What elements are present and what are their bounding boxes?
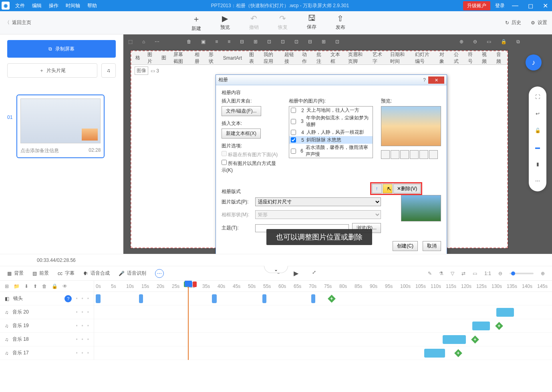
rotate-left-icon[interactable] (381, 150, 390, 159)
camera-track[interactable] (94, 292, 552, 306)
crop-icon[interactable]: ▣ (201, 39, 205, 44)
ribbon-item[interactable]: 对象 (438, 50, 448, 66)
close-icon[interactable]: ✕ (540, 2, 550, 10)
phone-icon[interactable]: ▮ (533, 159, 542, 169)
menu-file[interactable]: 文件 (15, 2, 25, 9)
toolbar-预览[interactable]: ▶预览 (220, 14, 230, 32)
dot2[interactable]: • (82, 337, 83, 342)
copy-icon[interactable]: ⧉ (516, 39, 520, 44)
head-tail-button[interactable]: ＋片头片尾 (7, 63, 97, 78)
ribbon-item[interactable]: 形状 (207, 50, 217, 66)
dot3[interactable]: • (87, 323, 89, 329)
trash-icon[interactable]: 🗑 (42, 283, 47, 289)
dot1[interactable]: • (76, 310, 77, 315)
expand-icon[interactable]: ⤢ (312, 269, 316, 277)
adjust-icon[interactable]: ⇄ (461, 271, 465, 276)
ribbon-item[interactable]: 视频 (480, 50, 490, 66)
picture-list-item[interactable]: 3年华勿匆似流水，尘缘如梦为谁醉 (289, 114, 373, 129)
dot3[interactable]: • (87, 310, 89, 315)
upgrade-button[interactable]: 升级账户 (463, 1, 490, 10)
unlock-icon[interactable]: 🔓 (533, 126, 542, 135)
maximize-icon[interactable]: ◻ (526, 2, 536, 10)
keyframe-icon[interactable] (454, 349, 462, 357)
align-icon[interactable]: ≡ (215, 39, 218, 44)
ribbon-item[interactable]: 文本框 (329, 50, 342, 66)
ribbon-item[interactable]: 图表 (248, 50, 258, 66)
all-bw-checkbox[interactable]: 所有图片以黑白方式显示(K) (222, 160, 281, 174)
login-button[interactable]: 登录 (495, 2, 505, 9)
move-down-button[interactable]: ↓↖ (383, 184, 393, 193)
monitor-icon[interactable]: ▬ (533, 143, 542, 152)
picture-list-item[interactable]: 5斜阳脉脉 水悠悠 (289, 136, 373, 144)
brightness-up-icon[interactable] (419, 150, 428, 159)
tool-icon[interactable]: ⬚ (128, 39, 133, 44)
track-header[interactable]: ♫音乐 20••• (0, 306, 94, 319)
folder-icon[interactable]: 📁 (14, 283, 20, 289)
tool-icon[interactable]: ⊞ (254, 39, 258, 44)
filter-icon[interactable]: ⚗ (439, 271, 443, 276)
ratio-icon[interactable]: 1:1 (484, 271, 491, 276)
delete-button[interactable]: ✕ 删除(V) (393, 184, 421, 193)
ribbon-item[interactable]: 动作 (300, 50, 310, 66)
track-header[interactable]: ◧镜头?••• (0, 292, 94, 306)
thumb-note[interactable]: 点击添加备注信息 (20, 147, 59, 154)
home-icon[interactable]: ⌂ (142, 39, 145, 44)
ribbon-item[interactable]: 艺术字 (371, 50, 385, 66)
focus-icon[interactable]: ⛶ (533, 92, 542, 102)
toolbar-保存[interactable]: 🖫保存 (307, 14, 316, 32)
dot2[interactable]: • (82, 296, 83, 302)
dot3[interactable]: • (87, 350, 89, 356)
history-button[interactable]: ↻历史 (505, 19, 521, 26)
file-disk-button[interactable]: 文件/磁盘(F)... (222, 106, 261, 116)
screen-icon[interactable]: ▭ (473, 271, 477, 276)
zoom-slider[interactable] (510, 273, 534, 274)
tool-icon[interactable]: ⊡ (281, 39, 285, 44)
ribbon-item[interactable]: 格 (134, 54, 142, 62)
ribbon-item[interactable]: 公式 (452, 50, 462, 66)
ruler[interactable]: 0s5s10s15s20s25s30s35s40s45s50s55s60s65s… (94, 281, 552, 292)
tool-icon[interactable]: ⊟ (308, 39, 312, 44)
ribbon-item[interactable]: 我的应用 (262, 50, 279, 66)
collapse-icon[interactable]: ⌄ (264, 266, 288, 273)
menu-help[interactable]: 帮助 (87, 2, 97, 9)
picture-list-item[interactable]: 6若水清颜，馨香再，微雨清寒声声慢 (289, 144, 373, 158)
ribbon-item[interactable]: 符号 (466, 50, 476, 66)
help-icon[interactable]: ? (64, 295, 72, 302)
picture-list[interactable]: 2天上与地间，往人入一方3年华勿匆似流水，尘缘如梦为谁醉4人静，人静，风弄一枝花… (289, 106, 373, 158)
ribbon-item[interactable]: 批注 (315, 50, 325, 66)
menu-edit[interactable]: 编辑 (32, 2, 42, 9)
picture-list-item[interactable]: 2天上与地间，往人入一方 (289, 107, 373, 114)
keyframe-icon[interactable] (328, 295, 336, 303)
dot2[interactable]: • (82, 323, 83, 329)
ribbon-item[interactable]: 相册 (193, 50, 203, 66)
dot1[interactable]: • (76, 323, 77, 329)
picture-list-item[interactable]: 4人静，人静，风弄一枝花影 (289, 129, 373, 136)
more-round-icon[interactable]: ⋯ (155, 269, 164, 278)
contrast-down-icon[interactable] (410, 150, 419, 159)
trash-icon[interactable]: 🗑 (187, 39, 191, 44)
create-button[interactable]: 创建(C) (393, 241, 418, 251)
ribbon-item[interactable]: 日期和时间 (389, 50, 409, 66)
track-header[interactable]: ♫音乐 19••• (0, 319, 94, 333)
tool-icon[interactable]: ⊡ (335, 39, 339, 44)
zoom-out-icon[interactable]: ⊖ (473, 39, 477, 44)
tool-icon[interactable]: ⊞ (322, 39, 326, 44)
up-icon[interactable]: ⬆ (33, 283, 37, 289)
dot2[interactable]: • (82, 350, 83, 356)
dot1[interactable]: • (76, 337, 77, 342)
track-header[interactable]: ♫音乐 18••• (0, 333, 94, 346)
audio-track[interactable] (94, 346, 552, 360)
dialog-close-icon[interactable]: ✕ (428, 76, 444, 84)
fg-button[interactable]: ▧前景 (32, 270, 49, 277)
undo-icon[interactable]: ↩ (533, 109, 542, 119)
record-screen-button[interactable]: ⧉ 录制屏幕 (7, 40, 116, 58)
dot3[interactable]: • (87, 296, 89, 302)
ribbon-item[interactable]: 幻灯片编号 (413, 50, 434, 66)
tts-button[interactable]: 🗣语音合成 (83, 270, 110, 277)
keyframe-icon[interactable] (471, 336, 479, 344)
track-header[interactable]: ♫音乐 17••• (0, 346, 94, 360)
down-icon[interactable]: ⬇ (24, 283, 28, 289)
back-home-button[interactable]: 〈 返回主页 (5, 19, 31, 26)
zoom-in-icon[interactable]: ⊕ (541, 271, 545, 276)
slide-thumbnail[interactable]: 点击添加备注信息 02:28 (16, 94, 105, 158)
